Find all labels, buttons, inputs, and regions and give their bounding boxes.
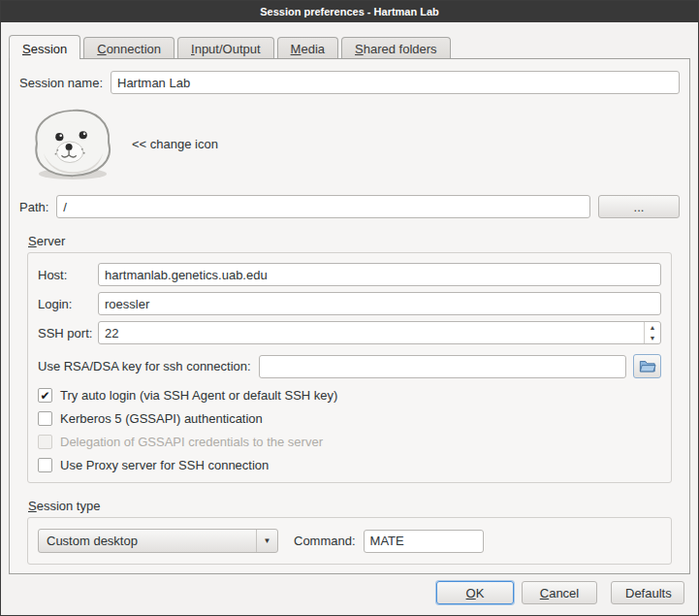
auto-login-checkbox-row[interactable]: ✔ Try auto login (via SSH Agent or defau… — [38, 388, 661, 403]
spin-up-icon[interactable]: ▲ — [645, 322, 660, 333]
session-name-label: Session name: — [19, 76, 103, 90]
chevron-down-icon: ▼ — [256, 530, 277, 552]
path-label: Path: — [19, 200, 48, 214]
command-label: Command: — [294, 534, 356, 548]
session-name-input[interactable] — [111, 71, 680, 94]
rsa-key-browse-button[interactable] — [633, 354, 661, 378]
defaults-button[interactable]: Defaults — [611, 581, 684, 604]
cancel-button[interactable]: Cancel — [522, 581, 597, 604]
auto-login-label: Try auto login (via SSH Agent or default… — [60, 388, 337, 403]
ssh-port-spinner: ▲ ▼ — [98, 321, 661, 344]
session-type-group-label: Session type — [28, 499, 100, 513]
session-icon[interactable] — [29, 106, 116, 181]
host-label: Host: — [38, 268, 98, 282]
tab-media[interactable]: Media — [277, 37, 338, 58]
dialog-footer: OK Cancel Defaults — [1, 574, 698, 615]
auto-login-checkbox[interactable]: ✔ — [38, 388, 52, 403]
window-title: Session preferences - Hartman Lab — [260, 6, 439, 17]
tab-bar: Session Connection Input/Output Media Sh… — [9, 35, 690, 58]
login-label: Login: — [38, 297, 98, 311]
path-input[interactable] — [56, 195, 590, 218]
kerberos-checkbox[interactable] — [38, 411, 52, 426]
server-group-label: Server — [28, 234, 65, 248]
server-group: Host: Login: SSH port: ▲ ▼ Use RSA/DSA — [27, 252, 672, 483]
tab-connection[interactable]: Connection — [83, 37, 175, 58]
rsa-key-input[interactable] — [259, 355, 626, 378]
ok-button[interactable]: OK — [436, 581, 514, 604]
proxy-checkbox[interactable] — [38, 458, 52, 472]
gssapi-delegation-checkbox-row: Delegation of GSSAPI credentials to the … — [38, 435, 661, 449]
session-type-selected: Custom desktop — [47, 534, 256, 548]
tab-input-output[interactable]: Input/Output — [177, 37, 274, 58]
ssh-port-input[interactable] — [99, 322, 644, 343]
tab-shared-folders[interactable]: Shared folders — [341, 37, 451, 58]
proxy-checkbox-row[interactable]: Use Proxy server for SSH connection — [38, 458, 661, 472]
host-input[interactable] — [98, 263, 661, 286]
proxy-label: Use Proxy server for SSH connection — [60, 458, 269, 472]
titlebar[interactable]: Session preferences - Hartman Lab — [1, 1, 698, 22]
tab-session[interactable]: Session — [9, 35, 80, 58]
gssapi-delegation-label: Delegation of GSSAPI credentials to the … — [60, 435, 323, 449]
kerberos-label: Kerberos 5 (GSSAPI) authentication — [60, 411, 263, 426]
ssh-port-label: SSH port: — [38, 326, 98, 340]
path-browse-button[interactable]: ... — [598, 195, 680, 218]
login-input[interactable] — [98, 292, 661, 315]
gssapi-delegation-checkbox — [38, 435, 52, 449]
kerberos-checkbox-row[interactable]: Kerberos 5 (GSSAPI) authentication — [38, 411, 661, 426]
spin-down-icon[interactable]: ▼ — [645, 333, 660, 343]
change-icon-label: << change icon — [132, 137, 218, 151]
folder-open-icon — [639, 359, 656, 373]
seal-icon — [29, 106, 116, 181]
session-preferences-dialog: Session preferences - Hartman Lab Sessio… — [0, 0, 699, 616]
session-type-dropdown[interactable]: Custom desktop ▼ — [38, 529, 278, 553]
rsa-key-label: Use RSA/DSA key for ssh connection: — [38, 359, 251, 373]
session-tab-panel: Session name: — [9, 58, 690, 574]
session-type-group: Custom desktop ▼ Command: — [27, 517, 672, 565]
command-input[interactable] — [364, 530, 484, 553]
